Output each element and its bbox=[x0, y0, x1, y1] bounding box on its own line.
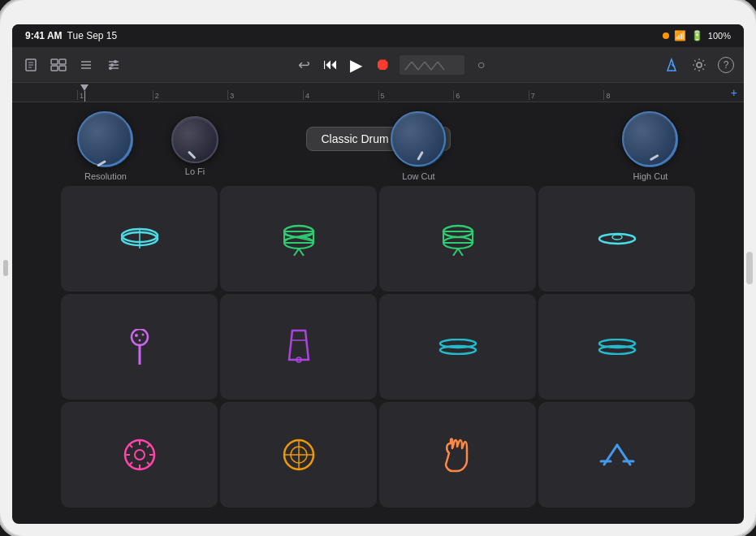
pad-rimshot[interactable] bbox=[538, 402, 695, 508]
timeline-ruler[interactable]: 1 2 3 4 5 6 7 8 + bbox=[12, 83, 744, 102]
pad-hihat-closed[interactable] bbox=[61, 186, 218, 292]
svg-point-53 bbox=[138, 339, 140, 342]
ruler-mark-2: 2 bbox=[153, 90, 228, 100]
svg-point-49 bbox=[612, 235, 622, 240]
pad-maraca[interactable] bbox=[61, 294, 218, 400]
resolution-label: Resolution bbox=[84, 171, 127, 181]
ruler-mark-6: 6 bbox=[453, 90, 529, 100]
lofi-knob[interactable] bbox=[171, 116, 218, 163]
pad-snare-drum[interactable] bbox=[220, 186, 377, 292]
battery-label: 100% bbox=[708, 31, 731, 41]
ruler-marks: 1 2 3 4 5 6 7 8 bbox=[77, 90, 679, 100]
svg-point-25 bbox=[697, 63, 702, 67]
crash-icon bbox=[598, 339, 637, 355]
hihat-open-icon bbox=[438, 339, 477, 355]
svg-line-20 bbox=[425, 62, 431, 70]
lofi-knob-body bbox=[171, 116, 218, 163]
record-button[interactable]: ⏺ bbox=[374, 56, 391, 74]
rewind-button[interactable]: ⏮ bbox=[322, 56, 339, 74]
svg-line-41 bbox=[294, 249, 299, 256]
maraca-icon bbox=[125, 329, 154, 365]
pad-bass-drum[interactable] bbox=[220, 402, 377, 508]
lowcut-knob[interactable] bbox=[391, 111, 447, 168]
tracks-view-icon[interactable] bbox=[50, 56, 67, 74]
orange-dot bbox=[663, 32, 669, 39]
hihat-closed-icon bbox=[120, 227, 159, 250]
svg-point-52 bbox=[141, 334, 144, 336]
cymbal-ride-icon bbox=[598, 232, 637, 245]
device-frame: 9:41 AM Tue Sep 15 📶 🔋 100% bbox=[0, 0, 756, 536]
toolbar-left bbox=[22, 56, 123, 74]
ruler-mark-3: 3 bbox=[227, 90, 303, 100]
svg-line-42 bbox=[299, 249, 304, 256]
home-button[interactable] bbox=[746, 252, 753, 284]
transport-controls: ↩ ⏮ ▶ ⏺ ○ bbox=[296, 55, 490, 75]
status-date: Tue Sep 15 bbox=[67, 30, 118, 41]
svg-line-22 bbox=[438, 62, 444, 70]
svg-rect-7 bbox=[59, 66, 66, 71]
battery-icon: 🔋 bbox=[691, 30, 703, 41]
highcut-label: High Cut bbox=[633, 171, 668, 181]
bass-drum-icon bbox=[281, 437, 317, 473]
status-left: 9:41 AM Tue Sep 15 bbox=[25, 30, 117, 41]
pad-clap[interactable] bbox=[379, 402, 536, 508]
svg-point-50 bbox=[132, 329, 148, 345]
highcut-knob[interactable] bbox=[622, 111, 679, 168]
help-icon[interactable]: ? bbox=[718, 57, 734, 73]
ruler-mark-4: 4 bbox=[303, 90, 378, 100]
svg-line-21 bbox=[431, 62, 438, 70]
open-hihat-icon bbox=[441, 222, 475, 256]
lowcut-knob-body bbox=[391, 111, 446, 166]
play-button[interactable]: ▶ bbox=[348, 56, 365, 74]
rimshot-icon bbox=[599, 440, 635, 469]
svg-rect-5 bbox=[59, 59, 66, 64]
pad-cowbell[interactable] bbox=[220, 294, 377, 400]
metronome-icon[interactable] bbox=[663, 56, 680, 74]
loop-icon[interactable]: ○ bbox=[473, 56, 490, 74]
pad-crash[interactable] bbox=[538, 294, 695, 400]
resolution-knob-group: Resolution bbox=[69, 111, 142, 181]
resolution-knob-body bbox=[77, 111, 132, 166]
pad-open-hihat[interactable] bbox=[379, 186, 536, 292]
svg-point-51 bbox=[135, 334, 138, 337]
cowbell-icon bbox=[284, 329, 313, 365]
svg-point-48 bbox=[599, 234, 635, 244]
settings-icon[interactable] bbox=[690, 56, 708, 74]
lowcut-label: Low Cut bbox=[402, 171, 434, 181]
pad-cymbal-ride[interactable] bbox=[538, 186, 695, 292]
svg-point-62 bbox=[135, 450, 145, 460]
ruler-mark-7: 7 bbox=[529, 90, 604, 100]
svg-line-19 bbox=[418, 62, 425, 70]
svg-point-14 bbox=[114, 60, 117, 63]
tempo-display bbox=[400, 55, 464, 75]
pad-hihat-open[interactable] bbox=[379, 294, 536, 400]
document-icon[interactable] bbox=[22, 56, 40, 74]
list-view-icon[interactable] bbox=[77, 56, 95, 74]
lowcut-knob-group: Low Cut bbox=[382, 111, 456, 181]
ruler-mark-1: 1 bbox=[77, 90, 153, 100]
drum-pads-grid bbox=[12, 184, 744, 524]
svg-line-47 bbox=[458, 249, 463, 256]
side-button[interactable] bbox=[3, 260, 8, 276]
svg-point-16 bbox=[109, 67, 112, 70]
add-track-button[interactable]: + bbox=[731, 86, 737, 99]
svg-line-46 bbox=[453, 249, 458, 256]
undo-button[interactable]: ↩ bbox=[296, 56, 313, 74]
toolbar-right: ? bbox=[663, 56, 734, 74]
mixer-icon[interactable] bbox=[105, 56, 123, 74]
status-time: 9:41 AM bbox=[25, 30, 63, 41]
pad-spinner[interactable] bbox=[61, 402, 218, 508]
controls-row: Resolution Lo Fi Classic Drum Machine bbox=[12, 102, 744, 184]
status-bar: 9:41 AM Tue Sep 15 📶 🔋 100% bbox=[12, 24, 744, 47]
svg-line-17 bbox=[405, 62, 412, 70]
svg-point-12 bbox=[110, 63, 114, 67]
svg-rect-6 bbox=[51, 66, 58, 71]
toolbar: ↩ ⏮ ▶ ⏺ ○ bbox=[12, 47, 744, 83]
snare-icon bbox=[282, 222, 316, 256]
resolution-knob[interactable] bbox=[77, 111, 134, 168]
lofi-knob-group: Lo Fi bbox=[158, 116, 231, 176]
highcut-knob-body bbox=[622, 111, 677, 166]
highcut-knob-group: High Cut bbox=[614, 111, 687, 181]
svg-line-18 bbox=[412, 62, 418, 70]
lofi-label: Lo Fi bbox=[185, 166, 205, 176]
